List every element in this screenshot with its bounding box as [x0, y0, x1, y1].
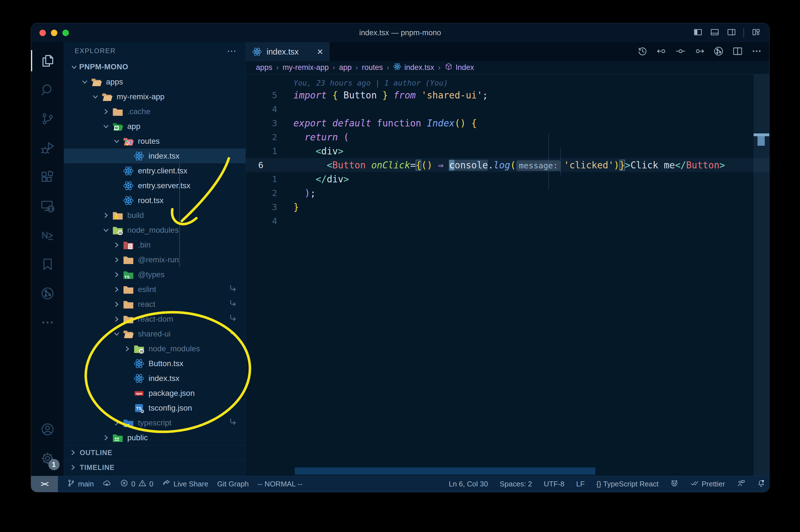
code-line[interactable]: 4: [246, 102, 769, 116]
bookmarks-icon[interactable]: [31, 250, 64, 279]
split-editor-icon[interactable]: [732, 46, 743, 58]
git-graph-icon[interactable]: [31, 279, 64, 308]
tree-item-.cache[interactable]: .cache: [64, 104, 246, 119]
github-icon[interactable]: [670, 479, 679, 489]
close-tab-icon[interactable]: ✕: [317, 47, 323, 57]
breadcrumb-item-routes[interactable]: routes: [362, 63, 383, 72]
git-graph[interactable]: Git Graph: [217, 480, 249, 488]
breadcrumb-item-index[interactable]: Index: [444, 62, 474, 73]
vim-mode[interactable]: -- NORMAL --: [258, 480, 302, 488]
folder-node-icon: JS: [133, 343, 145, 355]
git-branch[interactable]: main: [67, 479, 94, 489]
breadcrumb: apps›my-remix-app›app›routes›index.tsx›I…: [246, 61, 769, 74]
extensions-icon[interactable]: [31, 163, 64, 192]
tree-item-app[interactable]: app: [64, 119, 246, 134]
prettier[interactable]: Prettier: [690, 479, 725, 489]
eol[interactable]: LF: [576, 480, 585, 488]
tab-index-tsx[interactable]: index.tsx✕: [246, 42, 330, 61]
git-graph-view-icon[interactable]: [713, 46, 724, 58]
tree-item-index.tsx[interactable]: index.tsx: [64, 149, 246, 163]
search-icon[interactable]: [31, 75, 64, 104]
problems[interactable]: 00: [120, 479, 153, 489]
encoding[interactable]: UTF-8: [544, 480, 565, 488]
breadcrumb-item-apps[interactable]: apps: [256, 63, 272, 72]
tree-item-entry.client.tsx[interactable]: entry.client.tsx: [64, 163, 246, 178]
explorer-icon[interactable]: [31, 46, 64, 75]
indentation[interactable]: Spaces: 2: [500, 480, 532, 488]
tree-item-public[interactable]: public: [64, 430, 246, 445]
titlebar[interactable]: index.tsx — pnpm-mono: [31, 23, 769, 42]
publish-icon[interactable]: [103, 479, 111, 489]
tree-item--types[interactable]: TS@types: [64, 267, 246, 282]
tree-item-package.json[interactable]: npmpackage.json: [64, 386, 246, 401]
run-debug-icon[interactable]: [31, 133, 64, 163]
tree-item-.bin[interactable]: 0110.bin: [64, 238, 246, 252]
nx-console-icon[interactable]: [31, 221, 64, 250]
tree-item-my-remix-app[interactable]: my-remix-app: [64, 89, 246, 104]
editor-vertical-scrollbar[interactable]: [754, 74, 769, 476]
tree-item-button.tsx[interactable]: Button.tsx: [64, 356, 246, 371]
tree-item-apps[interactable]: apps: [64, 74, 246, 89]
remote-indicator[interactable]: ><: [31, 476, 58, 492]
toggle-secondary-sidebar-icon[interactable]: [727, 27, 736, 38]
live-share[interactable]: Live Share: [162, 479, 208, 489]
sidebar-section-outline[interactable]: OUTLINE: [64, 445, 246, 460]
more-actions-icon[interactable]: [751, 46, 762, 58]
tree-item-build[interactable]: build: [64, 208, 246, 223]
tree-item--remix-run[interactable]: @remix-run: [64, 252, 246, 267]
toggle-panel-icon[interactable]: [710, 27, 720, 38]
breadcrumb-label: app: [339, 63, 351, 72]
breadcrumb-item-index.tsx[interactable]: index.tsx: [393, 62, 434, 73]
tree-item-label: entry.client.tsx: [138, 167, 187, 175]
code-text: return (: [293, 132, 349, 142]
tree-item-typescript[interactable]: TStypescript: [64, 415, 246, 430]
language-mode[interactable]: {} TypeScript React: [596, 480, 659, 488]
line-number: 2: [246, 132, 293, 142]
toggle-primary-sidebar-icon[interactable]: [693, 27, 703, 38]
code-editor[interactable]: You, 23 hours ago | 1 author (You) 5impo…: [246, 74, 769, 476]
code-line[interactable]: 3export default function Index() {: [246, 116, 769, 130]
tree-item-react-dom[interactable]: react-dom: [64, 311, 246, 326]
status-label: main: [78, 480, 94, 488]
timeline-history-icon[interactable]: [637, 46, 648, 58]
code-line-current[interactable]: 6 <Button onClick={() ⇒ console.log(mess…: [246, 158, 769, 172]
tree-item-label: my-remix-app: [117, 92, 165, 101]
tree-item-tsconfig.json[interactable]: TStsconfig.json: [64, 401, 246, 415]
previous-change-icon[interactable]: [656, 46, 667, 58]
code-line[interactable]: 2 return (: [246, 130, 769, 144]
code-line[interactable]: 3}: [246, 200, 769, 214]
next-change-icon[interactable]: [694, 46, 705, 58]
more-views-icon[interactable]: [31, 308, 64, 337]
chevron-right-icon: [101, 433, 111, 443]
code-text: export default function Index() {: [293, 118, 477, 129]
customize-layout-icon[interactable]: [751, 27, 761, 38]
remote-explorer-icon[interactable]: [31, 192, 64, 221]
source-control-icon[interactable]: [31, 104, 64, 133]
code-line[interactable]: 1 <div>: [246, 144, 769, 158]
tree-item-node-modules[interactable]: JSnode_modules: [64, 223, 246, 238]
code-line[interactable]: 1 </div>: [246, 172, 769, 186]
chevron-down-icon: [112, 329, 122, 339]
tree-item-entry.server.tsx[interactable]: entry.server.tsx: [64, 178, 246, 193]
notifications-icon[interactable]: [757, 479, 765, 489]
tree-item-eslint[interactable]: eslint: [64, 282, 246, 297]
sidebar-section-timeline[interactable]: TIMELINE: [64, 460, 246, 475]
settings-icon[interactable]: 1: [31, 444, 64, 473]
breadcrumb-item-my-remix-app[interactable]: my-remix-app: [283, 63, 329, 72]
accounts-icon[interactable]: [31, 415, 64, 444]
tree-item-index.tsx[interactable]: index.tsx: [64, 371, 246, 386]
tree-item-shared-ui[interactable]: shared-ui: [64, 326, 246, 341]
cursor-position[interactable]: Ln 6, Col 30: [449, 480, 488, 488]
code-line[interactable]: 4: [246, 214, 769, 228]
tree-item-react[interactable]: react: [64, 297, 246, 311]
code-line[interactable]: 5import { Button } from 'shared-ui';: [246, 88, 769, 102]
tree-item-node-modules[interactable]: JSnode_modules: [64, 341, 246, 356]
code-line[interactable]: 2 );: [246, 186, 769, 200]
tree-item-root.tsx[interactable]: root.tsx: [64, 193, 246, 208]
tree-item-routes[interactable]: routes: [64, 134, 246, 149]
editor-horizontal-scrollbar[interactable]: [295, 468, 595, 475]
current-change-icon[interactable]: [675, 46, 686, 58]
feedback-icon[interactable]: [737, 479, 745, 489]
breadcrumb-item-app[interactable]: app: [339, 63, 351, 72]
tree-item-pnpm-mono[interactable]: PNPM-MONO: [64, 60, 246, 74]
